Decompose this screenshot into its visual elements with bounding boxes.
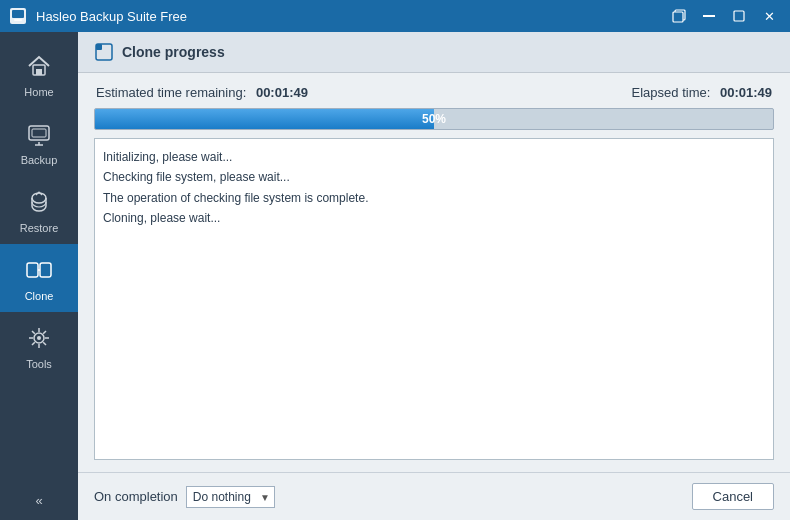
tools-icon xyxy=(23,322,55,354)
svg-rect-17 xyxy=(96,44,102,50)
sidebar-item-backup[interactable]: Backup xyxy=(0,108,78,176)
sidebar-item-home[interactable]: Home xyxy=(0,40,78,108)
svg-rect-5 xyxy=(703,15,715,17)
svg-rect-4 xyxy=(673,12,683,22)
maximize-button[interactable] xyxy=(726,5,752,27)
svg-rect-1 xyxy=(12,10,24,18)
app-title: Hasleo Backup Suite Free xyxy=(36,9,666,24)
log-line: Checking file system, please wait... xyxy=(103,167,765,187)
svg-rect-12 xyxy=(27,263,38,277)
main-layout: Home Backup Restore xyxy=(0,32,790,520)
estimated-time: Estimated time remaining: 00:01:49 xyxy=(96,85,308,100)
sidebar-clone-label: Clone xyxy=(25,290,54,302)
panel-header-icon xyxy=(94,42,114,62)
time-info-row: Estimated time remaining: 00:01:49 Elaps… xyxy=(94,85,774,100)
panel-title: Clone progress xyxy=(122,44,225,60)
sidebar-item-clone[interactable]: Clone xyxy=(0,244,78,312)
sidebar-item-tools[interactable]: Tools xyxy=(0,312,78,380)
backup-icon xyxy=(23,118,55,150)
svg-rect-2 xyxy=(14,19,22,21)
panel-header: Clone progress xyxy=(78,32,790,73)
sidebar-restore-label: Restore xyxy=(20,222,59,234)
cancel-button[interactable]: Cancel xyxy=(692,483,774,510)
close-button[interactable]: ✕ xyxy=(756,5,782,27)
svg-rect-6 xyxy=(734,11,744,21)
elapsed-time: Elapsed time: 00:01:49 xyxy=(632,85,772,100)
completion-label: On completion xyxy=(94,489,178,504)
completion-row: On completion Do nothingShutdownRestartH… xyxy=(94,486,275,508)
svg-point-15 xyxy=(37,336,41,340)
minimize-button[interactable] xyxy=(696,5,722,27)
log-line: Initializing, please wait... xyxy=(103,147,765,167)
content-area: Clone progress Estimated time remaining:… xyxy=(78,32,790,520)
svg-rect-8 xyxy=(36,69,42,75)
panel-body: Estimated time remaining: 00:01:49 Elaps… xyxy=(78,73,790,472)
svg-point-11 xyxy=(32,193,46,203)
log-line: Cloning, please wait... xyxy=(103,208,765,228)
sidebar-item-restore[interactable]: Restore xyxy=(0,176,78,244)
completion-select-wrapper[interactable]: Do nothingShutdownRestartHibernate ▼ xyxy=(186,486,275,508)
footer-bar: On completion Do nothingShutdownRestartH… xyxy=(78,472,790,520)
progress-bar-container: 50% xyxy=(94,108,774,130)
sidebar-home-label: Home xyxy=(24,86,53,98)
app-icon xyxy=(8,6,28,26)
svg-rect-13 xyxy=(40,263,51,277)
sidebar: Home Backup Restore xyxy=(0,32,78,520)
progress-label: 50% xyxy=(95,109,773,129)
restore-window-button[interactable] xyxy=(666,5,692,27)
title-bar: Hasleo Backup Suite Free ✕ xyxy=(0,0,790,32)
sidebar-collapse-button[interactable]: « xyxy=(0,488,78,520)
log-area: Initializing, please wait...Checking fil… xyxy=(94,138,774,460)
sidebar-backup-label: Backup xyxy=(21,154,58,166)
home-icon xyxy=(23,50,55,82)
sidebar-tools-label: Tools xyxy=(26,358,52,370)
log-line: The operation of checking file system is… xyxy=(103,188,765,208)
svg-rect-10 xyxy=(32,129,46,137)
window-controls: ✕ xyxy=(666,5,782,27)
restore-icon xyxy=(23,186,55,218)
clone-icon xyxy=(23,254,55,286)
completion-select[interactable]: Do nothingShutdownRestartHibernate xyxy=(186,486,275,508)
